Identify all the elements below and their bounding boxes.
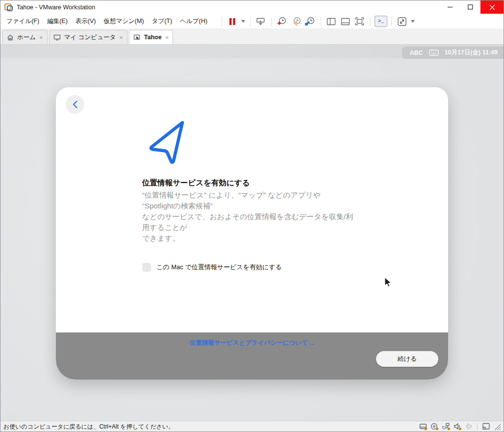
thumbnail-bar-icon — [341, 18, 350, 25]
toolbar-separator — [321, 17, 321, 26]
send-ctrl-alt-del-button[interactable] — [254, 16, 267, 27]
tab-close-icon[interactable]: × — [39, 34, 43, 41]
fullscreen-dropdown[interactable] — [410, 16, 416, 27]
thumbnail-bar-button[interactable] — [339, 16, 352, 27]
chevron-down-icon — [411, 20, 415, 23]
keyboard-icon[interactable] — [429, 50, 439, 56]
tab-label: Tahoe — [144, 34, 162, 41]
library-panel-button[interactable] — [325, 16, 338, 27]
status-bar: お使いのコンピュータに戻るには、Ctrl+Alt を押してください。 — [0, 421, 504, 432]
status-message: お使いのコンピュータに戻るには、Ctrl+Alt を押してください。 — [3, 423, 419, 431]
library-panel-icon — [327, 18, 336, 25]
body-line: できます。 — [142, 233, 378, 244]
menu-bar: ファイル(F) 編集(E) 表示(V) 仮想マシン(M) タブ(T) ヘルプ(H… — [0, 14, 504, 28]
status-separator — [477, 423, 478, 430]
body-line: “位置情報サービス” により、“マップ” などのアプリや — [142, 190, 378, 201]
dialog-body: “位置情報サービス” により、“マップ” などのアプリや “Spotlightの… — [142, 190, 378, 244]
tab-label: マイ コンピュータ — [64, 33, 116, 42]
revert-snapshot-icon — [291, 17, 302, 26]
location-arrow-icon — [139, 119, 186, 166]
toolbar-separator — [370, 17, 371, 26]
take-snapshot-icon — [277, 17, 287, 26]
take-snapshot-button[interactable] — [276, 16, 288, 27]
enter-fullscreen-button[interactable] — [396, 16, 408, 27]
body-line: “Spotlightの検索候補” — [142, 201, 378, 211]
tab-close-icon[interactable]: × — [165, 34, 169, 41]
virtual-console-icon: >_ — [378, 19, 384, 24]
enable-location-checkbox[interactable] — [142, 263, 151, 272]
enable-location-row: この Mac で位置情報サービスを有効にする — [142, 263, 282, 272]
menu-tabs[interactable]: タブ(T) — [148, 15, 176, 28]
suspend-button[interactable] — [226, 16, 239, 27]
network-adapter-icon[interactable] — [442, 423, 451, 431]
sound-icon[interactable] — [454, 423, 462, 431]
monitor-icon — [53, 34, 61, 41]
privacy-link[interactable]: 位置情報サービスとプライバシーについて ... — [56, 339, 448, 347]
window-title: Tahoe - VMware Workstation — [17, 4, 95, 11]
minimize-icon — [448, 4, 453, 10]
virtual-console-button[interactable]: >_ — [375, 16, 387, 27]
fullscreen-mode-button[interactable] — [353, 16, 366, 27]
hard-disk-icon[interactable] — [419, 423, 428, 431]
tab-my-computer[interactable]: マイ コンピュータ × — [49, 30, 127, 44]
tab-close-icon[interactable]: × — [119, 34, 123, 41]
tab-tahoe[interactable]: Tahoe × — [129, 30, 173, 44]
manage-snapshots-button[interactable] — [304, 16, 317, 27]
maximize-icon — [468, 4, 473, 10]
suspend-icon — [228, 18, 236, 25]
body-line: などのサービスで、おおよその位置情報を含むデータを収集/利 — [142, 211, 378, 222]
clock-label[interactable]: 10月17日(金) 11:49 — [445, 49, 498, 57]
manage-snapshots-icon — [305, 17, 315, 26]
continue-button[interactable]: 続ける — [376, 351, 438, 367]
tab-label: ホーム — [17, 33, 36, 42]
cd-drive-icon[interactable] — [430, 423, 439, 431]
suspend-dropdown[interactable] — [240, 16, 246, 27]
mouse-cursor-icon — [384, 277, 392, 287]
toolbar-separator — [271, 17, 272, 26]
macos-menu-bar-status: ABC 10月17日(金) 11:49 — [402, 47, 504, 59]
vmware-logo-icon — [4, 3, 13, 12]
back-button[interactable] — [66, 95, 84, 114]
toolbar: >_ — [219, 16, 416, 27]
input-source-label[interactable]: ABC — [410, 50, 423, 56]
toolbar-separator — [391, 17, 392, 26]
menu-help[interactable]: ヘルプ(H) — [176, 15, 211, 28]
toolbar-separator — [222, 17, 222, 26]
menu-vm[interactable]: 仮想マシン(M) — [100, 15, 148, 28]
location-services-dialog: 位置情報サービスを有効にする “位置情報サービス” により、“マップ” などのア… — [56, 87, 448, 380]
message-log-icon[interactable] — [482, 423, 490, 431]
chevron-left-icon — [72, 100, 78, 109]
menu-view[interactable]: 表示(V) — [72, 15, 100, 28]
close-icon — [489, 4, 495, 10]
vmware-workstation-window: Tahoe - VMware Workstation ファイル(F) 編集(E)… — [0, 0, 504, 432]
close-button[interactable] — [480, 0, 504, 14]
menu-edit[interactable]: 編集(E) — [43, 15, 72, 28]
maximize-button[interactable] — [460, 0, 480, 14]
tab-bar: ホーム × マイ コンピュータ × Tahoe × — [0, 28, 504, 45]
body-line: 用することが — [142, 222, 378, 233]
tab-home[interactable]: ホーム × — [2, 30, 48, 44]
enter-fullscreen-icon — [397, 17, 407, 26]
sound-input-disabled-icon[interactable] — [465, 423, 473, 431]
vm-console-icon — [133, 34, 141, 41]
dialog-footer: 位置情報サービスとプライバシーについて ... 続ける — [56, 332, 448, 380]
fullscreen-mode-icon — [355, 17, 364, 25]
menu-file[interactable]: ファイル(F) — [2, 15, 43, 28]
vm-display[interactable]: ABC 10月17日(金) 11:49 位置情報サービスを有効にする “位置情報… — [0, 45, 504, 421]
chevron-down-icon — [241, 20, 245, 23]
revert-snapshot-button[interactable] — [290, 16, 302, 27]
send-ctrl-alt-del-icon — [256, 17, 265, 26]
resize-grip-icon[interactable] — [493, 423, 502, 431]
minimize-button[interactable] — [440, 0, 460, 14]
title-bar: Tahoe - VMware Workstation — [0, 0, 504, 14]
toolbar-separator — [250, 17, 251, 26]
dialog-title: 位置情報サービスを有効にする — [142, 178, 250, 188]
checkbox-label: この Mac で位置情報サービスを有効にする — [156, 263, 282, 272]
device-status-icons — [419, 423, 502, 431]
home-icon — [7, 34, 14, 41]
